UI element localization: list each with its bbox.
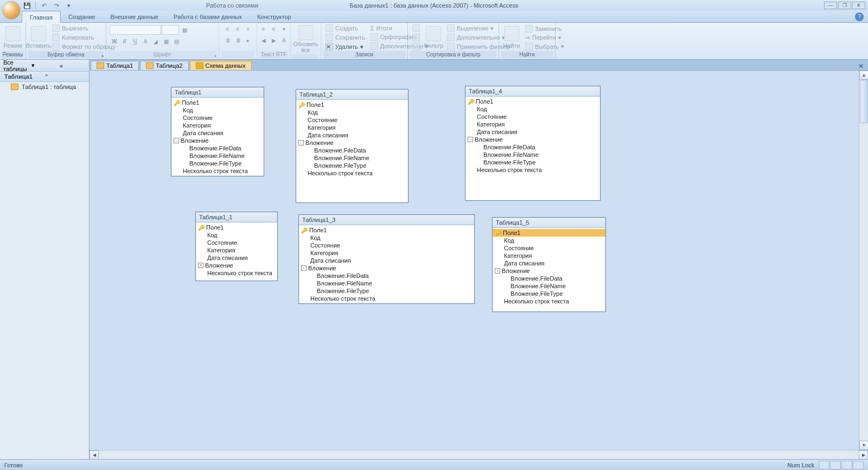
- doc-tab[interactable]: Схема данных: [190, 61, 252, 70]
- field-row[interactable]: -Вложение: [465, 136, 600, 143]
- field-row[interactable]: Состояние: [465, 113, 600, 120]
- table-box[interactable]: Таблица1_1🔑Поле1КодСостояниеКатегорияДат…: [195, 212, 278, 281]
- field-row[interactable]: Состояние: [171, 114, 264, 122]
- field-row[interactable]: Категория: [196, 246, 277, 254]
- field-row[interactable]: -Вложение: [493, 267, 605, 275]
- doc-tab[interactable]: Таблица2: [140, 61, 188, 70]
- save-icon[interactable]: 💾: [22, 1, 33, 10]
- field-row[interactable]: 🔑Поле1: [465, 98, 600, 105]
- table-box[interactable]: Таблица1_4🔑Поле1КодСостояниеКатегорияДат…: [465, 86, 601, 201]
- redo-icon[interactable]: ↷: [51, 1, 62, 10]
- field-row[interactable]: Дата списания: [296, 131, 408, 139]
- field-row[interactable]: Состояние: [196, 239, 277, 246]
- field-row[interactable]: Вложение.FileData: [299, 272, 474, 280]
- view-shortcut-button[interactable]: [841, 461, 852, 469]
- table-box-title[interactable]: Таблица1_2: [296, 90, 408, 100]
- office-button[interactable]: [2, 1, 21, 20]
- field-row[interactable]: +Вложение: [196, 262, 277, 269]
- scroll-left-icon[interactable]: ◀: [90, 450, 99, 459]
- field-row[interactable]: Категория: [299, 249, 474, 257]
- table-box[interactable]: Таблица1_2🔑Поле1КодСостояниеКатегорияДат…: [296, 89, 409, 203]
- table-box-title[interactable]: Таблица1_3: [299, 215, 474, 225]
- field-row[interactable]: Вложение.FileName: [171, 152, 264, 160]
- scroll-up-icon[interactable]: ▲: [859, 71, 868, 80]
- scroll-right-icon[interactable]: ▶: [859, 450, 868, 459]
- view-shortcut-button[interactable]: [853, 461, 864, 469]
- field-row[interactable]: -Вложение: [299, 264, 474, 272]
- field-row[interactable]: Состояние: [493, 244, 605, 252]
- field-row[interactable]: Вложение.FileData: [296, 147, 408, 154]
- table-box[interactable]: Таблица1_3🔑Поле1КодСостояниеКатегорияДат…: [298, 214, 475, 304]
- help-icon[interactable]: ?: [855, 12, 864, 21]
- table-box-title[interactable]: Таблица1_4: [465, 86, 600, 97]
- field-row[interactable]: Код: [296, 109, 408, 116]
- field-row[interactable]: Код: [493, 237, 605, 244]
- field-row[interactable]: Несколько строк текста: [196, 269, 277, 277]
- field-row[interactable]: Вложение.FileName: [465, 151, 600, 158]
- horizontal-scrollbar[interactable]: ◀ ▶: [90, 450, 868, 459]
- field-row[interactable]: Код: [465, 105, 600, 113]
- field-row[interactable]: Вложение.FileName: [299, 280, 474, 287]
- collapse-icon[interactable]: «: [60, 62, 86, 69]
- vertical-scrollbar[interactable]: ▲ ▼: [859, 71, 868, 450]
- expand-icon[interactable]: -: [301, 265, 307, 271]
- field-row[interactable]: Код: [299, 234, 474, 242]
- field-row[interactable]: Несколько строк текста: [465, 166, 600, 174]
- field-row[interactable]: Категория: [465, 120, 600, 128]
- field-row[interactable]: Вложение.FileData: [171, 144, 264, 152]
- navpane-header[interactable]: Все таблицы ▾ «: [0, 60, 89, 72]
- field-row[interactable]: Вложение.FileType: [296, 162, 408, 169]
- view-shortcut-button[interactable]: [819, 461, 829, 469]
- relationships-canvas[interactable]: ▲ ▼ ◀ ▶ Таблица1🔑Поле1КодСостояниеКатего…: [90, 71, 868, 459]
- field-row[interactable]: Несколько строк текста: [493, 297, 605, 305]
- doc-tab[interactable]: Таблица1: [91, 61, 139, 70]
- field-row[interactable]: Дата списания: [465, 128, 600, 136]
- expand-icon[interactable]: -: [298, 140, 304, 145]
- ribbon-tab-home[interactable]: Главная: [22, 11, 61, 23]
- field-row[interactable]: Несколько строк текста: [171, 167, 264, 175]
- field-row[interactable]: 🔑Поле1: [196, 224, 277, 231]
- field-row[interactable]: Вложение.FileData: [493, 275, 605, 282]
- field-row[interactable]: Код: [171, 106, 264, 114]
- field-row[interactable]: Несколько строк текста: [299, 295, 474, 302]
- expand-icon[interactable]: -: [468, 137, 473, 142]
- qat-customize-icon[interactable]: ▾: [63, 1, 74, 10]
- ribbon-tab-design[interactable]: Конструктор: [250, 11, 299, 22]
- view-shortcut-button[interactable]: [830, 461, 841, 469]
- field-row[interactable]: Вложение.FileName: [493, 282, 605, 290]
- field-row[interactable]: Категория: [296, 124, 408, 131]
- field-row[interactable]: Вложение.FileType: [299, 287, 474, 295]
- table-box-title[interactable]: Таблица1_5: [493, 218, 605, 228]
- field-row[interactable]: Вложение.FileName: [296, 154, 408, 162]
- field-row[interactable]: Дата списания: [196, 254, 277, 262]
- ribbon-tab-dbtools[interactable]: Работа с базами данных: [166, 11, 250, 22]
- close-tab-icon[interactable]: ✕: [857, 62, 865, 70]
- ribbon-group-label[interactable]: Буфер обмена: [28, 51, 104, 58]
- field-row[interactable]: Несколько строк текста: [296, 169, 408, 177]
- field-row[interactable]: -Вложение: [296, 139, 408, 147]
- table-box-title[interactable]: Таблица1_1: [196, 212, 277, 223]
- expand-icon[interactable]: -: [495, 268, 500, 274]
- field-row[interactable]: Вложение.FileData: [465, 143, 600, 151]
- field-row[interactable]: Дата списания: [493, 259, 605, 267]
- maximize-button[interactable]: ❐: [838, 2, 851, 9]
- nav-group[interactable]: Таблица1 ⌃: [0, 72, 89, 82]
- scroll-down-icon[interactable]: ▼: [859, 441, 868, 450]
- scroll-track[interactable]: [99, 450, 859, 459]
- field-row[interactable]: Дата списания: [171, 129, 264, 137]
- field-row[interactable]: Состояние: [296, 116, 408, 124]
- collapse-group-icon[interactable]: ⌃: [44, 74, 85, 79]
- scroll-thumb[interactable]: [860, 80, 868, 123]
- nav-item-table[interactable]: Таблица1 : таблица: [0, 82, 89, 92]
- table-box-title[interactable]: Таблица1: [171, 87, 264, 98]
- field-row[interactable]: Вложение.FileType: [171, 160, 264, 167]
- expand-icon[interactable]: -: [174, 138, 179, 143]
- close-button[interactable]: ✕: [852, 2, 865, 9]
- table-box[interactable]: Таблица1🔑Поле1КодСостояниеКатегорияДата …: [171, 87, 264, 176]
- field-row[interactable]: 🔑Поле1: [299, 226, 474, 234]
- field-row[interactable]: Состояние: [299, 242, 474, 249]
- field-row[interactable]: Код: [196, 231, 277, 239]
- dropdown-icon[interactable]: ▾: [31, 62, 58, 69]
- field-row[interactable]: 🔑Поле1: [296, 101, 408, 109]
- field-row[interactable]: 🔑Поле1: [171, 99, 264, 106]
